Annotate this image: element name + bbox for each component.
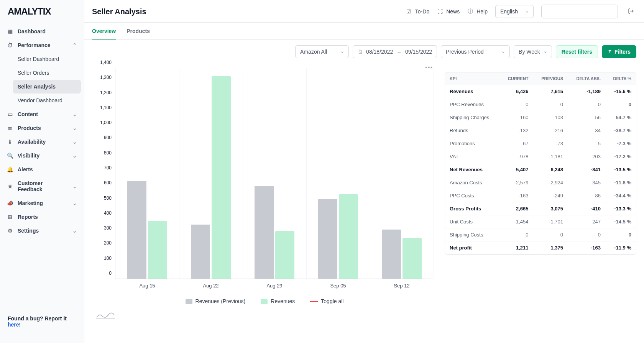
sidebar-item-customer-feedback[interactable]: ★Customer Feedback⌄ xyxy=(0,176,84,196)
todo-link[interactable]: ☑To-Do xyxy=(406,8,429,15)
bar-prev[interactable] xyxy=(382,230,401,279)
x-tick: Aug 22 xyxy=(203,283,219,289)
sidebar-item-marketing[interactable]: 📣Marketing⌄ xyxy=(0,196,84,210)
x-tick: Aug 29 xyxy=(266,283,282,289)
y-tick: 1,300 xyxy=(92,75,112,80)
date-to: 09/15/2022 xyxy=(405,49,432,55)
legend-toggle-label: Toggle all xyxy=(321,298,343,304)
th-current[interactable]: CURRENT xyxy=(500,72,533,85)
cell-current: -163 xyxy=(500,189,533,202)
bar-curr[interactable] xyxy=(212,76,231,279)
cell-delta-abs: -841 xyxy=(568,163,605,176)
sidebar-item-products[interactable]: ≣Products⌄ xyxy=(0,121,84,135)
filter-bar: Amazon All 🗓 08/18/2022 – 09/15/2022 Pre… xyxy=(84,40,644,61)
search-input[interactable] xyxy=(541,5,618,18)
sidebar-item-performance[interactable]: ⏱Performance⌃ xyxy=(0,38,84,52)
granularity-select[interactable]: By Week xyxy=(514,45,552,58)
filters-button[interactable]: Filters xyxy=(602,45,636,58)
revenue-chart: 01002003004005006007008009001,0001,1001,… xyxy=(92,68,437,294)
sidebar-item-label: Vendor Dashboard xyxy=(18,97,62,103)
sidebar-item-label: Marketing xyxy=(18,200,43,206)
sidebar-item-availability[interactable]: 🌡Availability⌄ xyxy=(0,135,84,149)
bug-link[interactable]: here xyxy=(8,322,19,328)
sidebar-item-vendor-dashboard[interactable]: Vendor Dashboard xyxy=(18,94,84,107)
x-tick: Sep 05 xyxy=(330,283,346,289)
sidebar-item-content[interactable]: ▭Content⌄ xyxy=(0,107,84,121)
bar-curr[interactable] xyxy=(148,221,167,279)
y-tick: 100 xyxy=(92,256,112,261)
tab-overview[interactable]: Overview xyxy=(92,23,116,39)
legend-prev[interactable]: Revenues (Previous) xyxy=(186,298,246,304)
table-row: Net Revenues5,4076,248-841-13.5 % xyxy=(445,163,636,176)
list-check-icon: ☑ xyxy=(406,8,412,15)
sidebar-item-visibility[interactable]: 🔍Visibility⌄ xyxy=(0,149,84,162)
sidebar-item-label: Dashboard xyxy=(18,28,46,34)
sidebar-item-seller-analysis[interactable]: Seller Analysis xyxy=(13,80,81,94)
th-delta-abs[interactable]: DELTA ABS. xyxy=(568,72,605,85)
bar-prev[interactable] xyxy=(127,181,146,279)
bar-prev[interactable] xyxy=(318,199,337,279)
cell-kpi: Gross Profits xyxy=(445,202,500,215)
bar-curr[interactable] xyxy=(275,231,294,279)
cell-current: 160 xyxy=(500,111,533,124)
cell-kpi: Net Revenues xyxy=(445,163,500,176)
table-row: Refunds-132-21684-38.7 % xyxy=(445,124,636,137)
sidebar-item-label: Products xyxy=(18,125,41,131)
cell-kpi: Amazon Costs xyxy=(445,176,500,189)
mini-overview-icon[interactable] xyxy=(96,311,437,320)
compare-select[interactable]: Previous Period xyxy=(441,45,510,58)
cell-previous: -1,701 xyxy=(533,215,568,228)
chevron-down-icon: ⌄ xyxy=(72,200,77,206)
th-kpi[interactable]: KPI xyxy=(445,72,500,85)
sidebar-item-dashboard[interactable]: ▦Dashboard xyxy=(0,25,84,38)
help-link[interactable]: ⓘHelp xyxy=(467,8,488,15)
cell-kpi: Unit Costs xyxy=(445,215,500,228)
bar-curr[interactable] xyxy=(402,238,422,279)
cell-current: 0 xyxy=(500,228,533,241)
bug-report-line: Found a bug? Report it here! xyxy=(0,310,84,343)
cell-delta-pct: -7.3 % xyxy=(605,137,636,150)
toggle-dash-icon xyxy=(310,301,318,302)
sidebar-item-seller-orders[interactable]: Seller Orders xyxy=(18,66,84,80)
legend-toggle[interactable]: Toggle all xyxy=(310,298,343,304)
sidebar-item-label: Performance xyxy=(18,42,51,48)
sidebar: AMALYTIX ▦Dashboard⏱Performance⌃Seller D… xyxy=(0,0,84,343)
th-delta-pct[interactable]: DELTA % xyxy=(605,72,636,85)
reset-filters-button[interactable]: Reset filters xyxy=(556,45,598,58)
marketplace-select[interactable]: Amazon All xyxy=(295,45,349,58)
table-icon: ⊞ xyxy=(7,214,13,220)
nav: ▦Dashboard⏱Performance⌃Seller DashboardS… xyxy=(0,22,84,310)
cell-delta-abs: 345 xyxy=(568,176,605,189)
y-tick: 1,100 xyxy=(92,105,112,110)
cell-delta-abs: 56 xyxy=(568,111,605,124)
funnel-icon xyxy=(608,49,612,55)
cell-current: -978 xyxy=(500,150,533,163)
th-previous[interactable]: PREVIOUS xyxy=(533,72,568,85)
cell-kpi: PPC Costs xyxy=(445,189,500,202)
table-row: VAT-978-1,181203-17.2 % xyxy=(445,150,636,163)
table-row: Shipping Costs0000 xyxy=(445,228,636,241)
sidebar-item-reports[interactable]: ⊞Reports xyxy=(0,210,84,224)
bar-prev[interactable] xyxy=(191,225,210,279)
logout-icon[interactable] xyxy=(626,8,636,15)
cell-current: -67 xyxy=(500,137,533,150)
legend-curr[interactable]: Revenues xyxy=(261,298,295,304)
sidebar-item-alerts[interactable]: 🔔Alerts xyxy=(0,162,84,176)
sidebar-item-settings[interactable]: ⚙Settings⌄ xyxy=(0,224,84,238)
chevron-up-icon: ⌃ xyxy=(72,42,77,48)
table-row: PPC Revenues0000 xyxy=(445,98,636,111)
news-label: News xyxy=(446,8,460,15)
language-select[interactable]: English xyxy=(495,5,534,18)
tab-products[interactable]: Products xyxy=(127,23,150,39)
sidebar-item-seller-dashboard[interactable]: Seller Dashboard xyxy=(18,52,84,66)
bar-curr[interactable] xyxy=(339,194,358,279)
legend-swatch-prev xyxy=(186,299,192,304)
cell-previous: 1,375 xyxy=(533,241,568,254)
cell-current: -1,454 xyxy=(500,215,533,228)
bar-prev[interactable] xyxy=(255,186,274,279)
cell-kpi: Revenues xyxy=(445,85,500,98)
news-link[interactable]: ⛶News xyxy=(437,8,460,15)
cell-delta-pct: -38.7 % xyxy=(605,124,636,137)
table-row: Amazon Costs-2,579-2,924345-11.8 % xyxy=(445,176,636,189)
date-range-select[interactable]: 🗓 08/18/2022 – 09/15/2022 xyxy=(353,45,437,58)
